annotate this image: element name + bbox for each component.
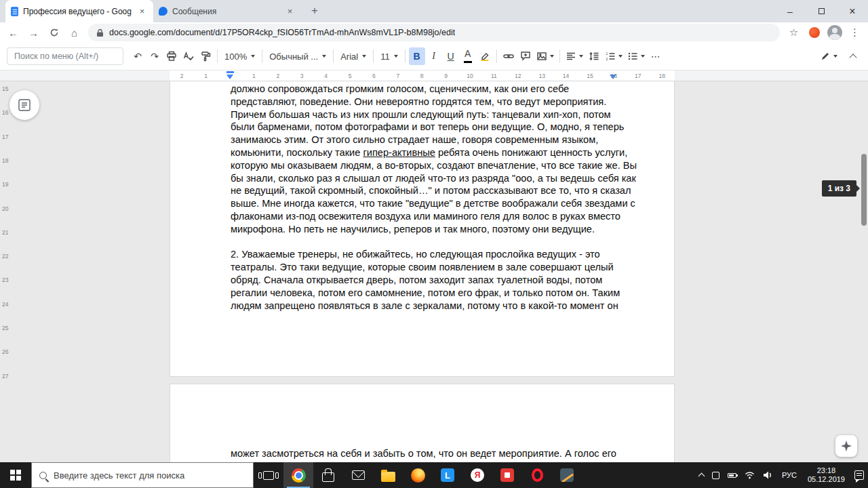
explore-button[interactable]: [835, 435, 857, 457]
font-dropdown[interactable]: Arial: [337, 47, 370, 65]
doc-text-line[interactable]: Причем большая часть из них прошли следу…: [231, 108, 615, 121]
undo-button[interactable]: ↶: [130, 47, 146, 65]
taskbar-search-input[interactable]: [54, 470, 245, 481]
text-segment[interactable]: ребята очень понижают ценность услуги,: [435, 147, 627, 158]
doc-text-line[interactable]: выше. Мне иногда кажется, что такие "вед…: [231, 197, 615, 210]
spellcheck-button[interactable]: [180, 47, 197, 65]
text-color-button[interactable]: A: [460, 47, 476, 65]
menu-search-input[interactable]: [7, 47, 123, 65]
url-text[interactable]: docs.google.com/document/d/17P5OR4ckp_fS…: [109, 28, 455, 37]
scrollbar-track[interactable]: [860, 81, 868, 462]
doc-text-line[interactable]: 2. Уважаемые тренеры, не обижайтесь, но …: [231, 248, 615, 261]
bulleted-list-button[interactable]: [625, 47, 647, 65]
doc-text-line[interactable]: обряд. Сначала открывается дверь, потом …: [231, 274, 615, 287]
microsoft-store-taskbar-button[interactable]: [313, 462, 343, 488]
ruler-number: 2: [180, 73, 184, 79]
doc-text-line[interactable]: бы знали, сколько раз я слышал от людей …: [231, 172, 615, 185]
scrollbar-thumb[interactable]: [861, 154, 867, 226]
doc-text-line[interactable]: людям запрещено появляться в зале с зерк…: [231, 300, 615, 312]
home-button[interactable]: ⌂: [65, 24, 83, 42]
highlight-color-button[interactable]: [477, 47, 493, 65]
highlight-icon: [479, 51, 490, 62]
insert-image-button[interactable]: [534, 47, 556, 65]
document-outline-button[interactable]: [9, 90, 39, 120]
print-button[interactable]: [163, 47, 180, 65]
firefox-taskbar-button[interactable]: [403, 462, 433, 488]
underline-button[interactable]: U: [443, 47, 459, 65]
file-explorer-taskbar-button[interactable]: [373, 462, 403, 488]
graphics-app-taskbar-button[interactable]: [552, 462, 582, 488]
opera-taskbar-button[interactable]: [522, 462, 552, 488]
network-button[interactable]: [741, 462, 759, 488]
doc-text-line[interactable]: занимаюсь этим. От этого сильно страдает…: [231, 134, 615, 146]
yandex-browser-taskbar-button[interactable]: Я: [462, 462, 492, 488]
tray-app-button[interactable]: [708, 462, 724, 488]
taskbar-search[interactable]: [31, 462, 254, 488]
font-size-dropdown[interactable]: 11: [377, 47, 401, 65]
reload-button[interactable]: [45, 24, 63, 42]
align-button[interactable]: [564, 47, 585, 65]
hidden-icons-button[interactable]: [695, 462, 708, 488]
language-indicator[interactable]: РУС: [776, 462, 802, 488]
underlined-text[interactable]: гипер-активные: [363, 147, 435, 158]
doc-text-line[interactable]: представляют, поведение. Они невероятно …: [231, 96, 615, 108]
collapse-menus-button[interactable]: [845, 47, 861, 65]
doc-text-line[interactable]: [231, 236, 615, 249]
tab-google-docs[interactable]: Профессия ведущего - Google ... ×: [5, 0, 153, 22]
doc-text-line[interactable]: флаконами из-под освежителя воздуха или …: [231, 210, 615, 223]
l-app-taskbar-button[interactable]: L: [433, 462, 462, 488]
italic-button[interactable]: I: [426, 47, 442, 65]
action-center-button[interactable]: [850, 462, 868, 488]
first-line-indent-marker[interactable]: [226, 71, 234, 73]
battery-button[interactable]: [724, 462, 741, 488]
redo-button[interactable]: ↷: [146, 47, 163, 65]
text-segment[interactable]: комьюнити, поскольку такие: [231, 147, 363, 158]
window-minimize-button[interactable]: –: [774, 0, 806, 22]
horizontal-ruler[interactable]: 21123456789101112131415161718: [0, 70, 868, 81]
more-formatting-button[interactable]: ⋯: [648, 47, 664, 65]
red-app-taskbar-button[interactable]: [492, 462, 522, 488]
back-button[interactable]: ←: [4, 24, 22, 42]
doc-page-1[interactable]: должно сопровождаться громким голосом, с…: [170, 81, 675, 377]
ruler-number: 11: [491, 73, 497, 79]
clock[interactable]: 23:18 05.12.2019: [802, 466, 850, 485]
doc-text-line[interactable]: микрофона. Но петь не научились, реперов…: [231, 223, 615, 236]
doc-text-line[interactable]: были барменами, потом фотографами и вот …: [231, 121, 615, 134]
insert-link-button[interactable]: [500, 47, 517, 65]
paint-format-button[interactable]: [197, 47, 214, 65]
volume-button[interactable]: [759, 462, 776, 488]
doc-text-line[interactable]: может засмотреться на себя и забыть о то…: [231, 447, 615, 460]
action-center-icon: [854, 470, 864, 480]
doc-text-line[interactable]: театралы. Это таки ведущие, которые свои…: [231, 261, 615, 274]
bookmark-star-button[interactable]: ☆: [785, 24, 803, 42]
numbered-list-button[interactable]: 12: [603, 47, 625, 65]
doc-page-2[interactable]: может засмотреться на себя и забыть о то…: [170, 384, 675, 462]
doc-text-line[interactable]: должно сопровождаться громким голосом, с…: [231, 83, 615, 96]
tab-close-icon[interactable]: ×: [284, 5, 296, 17]
tab-messages[interactable]: Сообщения ×: [153, 0, 301, 22]
window-maximize-button[interactable]: [806, 0, 837, 22]
chrome-taskbar-button[interactable]: [283, 462, 313, 488]
paragraph-style-dropdown[interactable]: Обычный ...: [266, 47, 330, 65]
task-view-button[interactable]: [254, 462, 283, 488]
mail-taskbar-button[interactable]: [343, 462, 373, 488]
doc-text-line[interactable]: которую мы оказываем людям, а во-вторых,…: [231, 159, 615, 172]
tab-close-icon[interactable]: ×: [136, 5, 148, 17]
doc-text-line[interactable]: регалии человека, потом его самомнение, …: [231, 287, 615, 300]
doc-text-line[interactable]: комьюнити, поскольку такие гипер-активны…: [231, 146, 615, 159]
browser-menu-button[interactable]: ⋮: [846, 24, 864, 42]
insert-comment-button[interactable]: [517, 47, 534, 65]
new-tab-button[interactable]: +: [305, 1, 324, 20]
start-button[interactable]: [0, 462, 31, 488]
address-bar[interactable]: docs.google.com/document/d/17P5OR4ckp_fS…: [88, 24, 780, 41]
profile-button[interactable]: [825, 24, 844, 42]
line-spacing-button[interactable]: [586, 47, 602, 65]
forward-button[interactable]: →: [24, 24, 43, 42]
zoom-dropdown[interactable]: 100%: [221, 47, 258, 65]
extension-button[interactable]: [805, 24, 823, 42]
editing-mode-button[interactable]: [818, 47, 840, 65]
window-close-button[interactable]: ×: [837, 0, 868, 22]
bold-button[interactable]: B: [409, 47, 425, 65]
left-indent-marker[interactable]: [226, 75, 233, 79]
doc-text-line[interactable]: не ведущий, такой скромный, спокойный…" …: [231, 184, 615, 197]
